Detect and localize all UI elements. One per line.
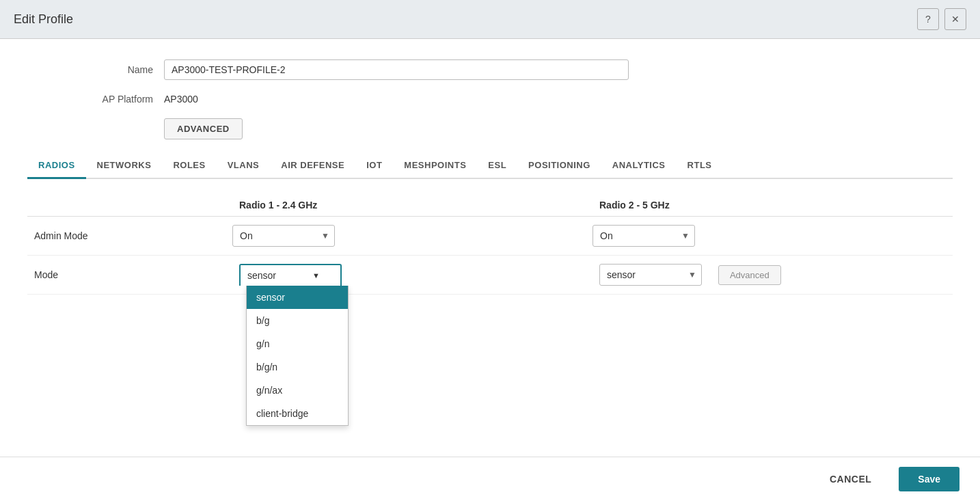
dropdown-item-gnax[interactable]: g/n/ax: [247, 379, 348, 402]
mode-label: Mode: [27, 269, 232, 280]
tab-vlans[interactable]: VLANS: [217, 153, 271, 179]
dialog-footer: CANCEL Save: [0, 457, 980, 501]
admin-mode-row: Admin Mode On Off ▼ On Off: [27, 217, 953, 256]
name-label: Name: [27, 64, 164, 75]
mode-radio1-select-display[interactable]: sensor ▼: [239, 264, 342, 286]
tab-roles[interactable]: ROLES: [162, 153, 216, 179]
close-icon: ✕: [951, 14, 959, 25]
tabs-bar: RADIOS NETWORKS ROLES VLANS AIR DEFENSE …: [27, 153, 953, 179]
dropdown-item-sensor[interactable]: sensor: [247, 286, 348, 309]
platform-row: AP Platform AP3000: [27, 94, 953, 105]
tab-esl[interactable]: ESL: [477, 153, 517, 179]
radio-table: Radio 1 - 2.4 GHz Radio 2 - 5 GHz Admin …: [27, 200, 953, 295]
col-radio2-header: Radio 2 - 5 GHz: [593, 200, 953, 211]
mode-row: Mode sensor ▼ sensor b/g g/n b/g/n: [27, 256, 953, 295]
edit-profile-dialog: Edit Profile ? ✕ Name AP Platform AP3000…: [0, 0, 980, 501]
dropdown-item-gn[interactable]: g/n: [247, 332, 348, 355]
dialog-body: Name AP Platform AP3000 ADVANCED RADIOS …: [0, 39, 980, 501]
mode-radio1-value: sensor: [247, 270, 276, 281]
dropdown-item-bg[interactable]: b/g: [247, 309, 348, 332]
radio-table-header: Radio 1 - 2.4 GHz Radio 2 - 5 GHz: [27, 200, 953, 217]
col-radio1-header: Radio 1 - 2.4 GHz: [232, 200, 593, 211]
advanced-inline-button[interactable]: Advanced: [718, 265, 781, 285]
tab-radios[interactable]: RADIOS: [27, 153, 86, 179]
tab-networks[interactable]: NETWORKS: [86, 153, 163, 179]
mode-radio1-dropdown: sensor b/g g/n b/g/n g/n/ax client-bridg…: [246, 286, 349, 426]
tab-iot[interactable]: IOT: [355, 153, 393, 179]
advanced-row: ADVANCED: [27, 118, 953, 139]
admin-mode-radio2-select-wrapper: On Off ▼: [593, 225, 695, 247]
tab-rtls[interactable]: RTLS: [677, 153, 723, 179]
tab-analytics[interactable]: ANALYTICS: [601, 153, 677, 179]
mode-radio1-dropdown-container: sensor ▼ sensor b/g g/n b/g/n g/n/ax cli…: [239, 264, 342, 286]
mode-radio2-select[interactable]: sensor b/g g/n b/g/n g/n/ax client-bridg…: [599, 264, 702, 286]
dropdown-item-bgn[interactable]: b/g/n: [247, 355, 348, 379]
col-empty: [27, 200, 232, 211]
platform-value: AP3000: [164, 94, 198, 105]
close-button[interactable]: ✕: [944, 8, 966, 30]
tab-meshpoints[interactable]: MESHPOINTS: [393, 153, 477, 179]
admin-mode-radio1-cell: On Off ▼: [232, 225, 593, 247]
tab-positioning[interactable]: POSITIONING: [517, 153, 601, 179]
advanced-inline-btn-wrapper: Advanced: [718, 269, 781, 280]
admin-mode-radio2-select[interactable]: On Off: [593, 225, 695, 247]
tab-air-defense[interactable]: AIR DEFENSE: [270, 153, 355, 179]
dropdown-item-client-bridge[interactable]: client-bridge: [247, 402, 348, 425]
mode-radio2-cell: sensor b/g g/n b/g/n g/n/ax client-bridg…: [593, 264, 953, 286]
chevron-down-icon: ▼: [312, 271, 320, 280]
admin-mode-radio1-select[interactable]: On Off: [232, 225, 335, 247]
help-button[interactable]: ?: [917, 8, 939, 30]
cancel-button[interactable]: CANCEL: [811, 467, 890, 491]
admin-mode-radio2-cell: On Off ▼: [593, 225, 953, 247]
advanced-button[interactable]: ADVANCED: [164, 118, 243, 139]
admin-mode-label: Admin Mode: [27, 230, 232, 241]
help-icon: ?: [925, 14, 931, 25]
mode-radio1-cell: sensor ▼ sensor b/g g/n b/g/n g/n/ax cli…: [232, 264, 593, 286]
platform-label: AP Platform: [27, 94, 164, 105]
dialog-header: Edit Profile ? ✕: [0, 0, 980, 39]
mode-radio2-select-wrapper: sensor b/g g/n b/g/n g/n/ax client-bridg…: [599, 264, 702, 286]
header-actions: ? ✕: [917, 8, 966, 30]
admin-mode-radio1-select-wrapper: On Off ▼: [232, 225, 335, 247]
name-input[interactable]: [164, 59, 629, 80]
name-row: Name: [27, 59, 953, 80]
save-button[interactable]: Save: [899, 467, 959, 491]
dialog-title: Edit Profile: [14, 12, 73, 27]
